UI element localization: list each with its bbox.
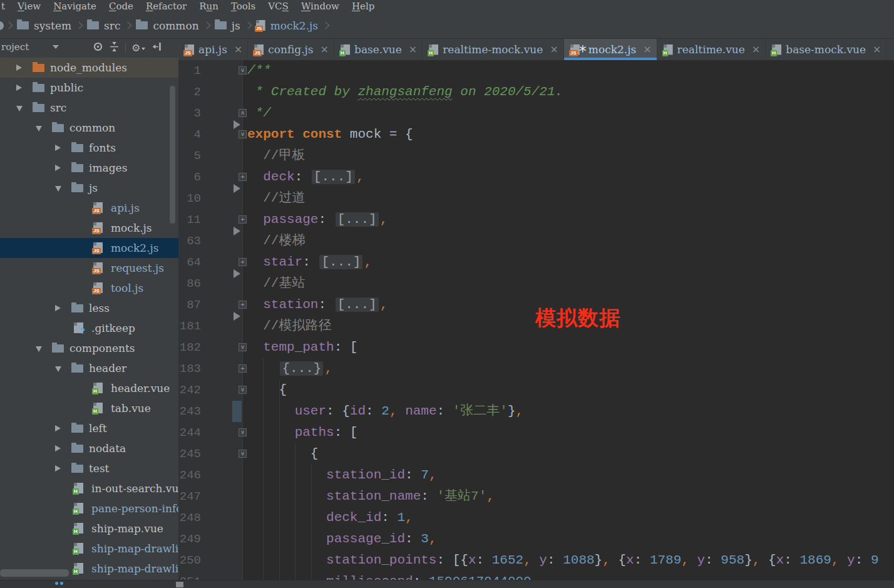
line-number[interactable]: 248 [178,507,201,529]
fold-marker-icon[interactable]: + [239,364,247,373]
tree-item--gitkeep[interactable]: ?.gitkeep [0,318,178,338]
fold-marker-icon[interactable]: ∨ [239,428,247,436]
hide-panel-icon[interactable] [152,41,162,54]
line-number[interactable]: 249 [178,529,201,550]
expand-arrow-icon[interactable] [55,445,61,451]
line-number[interactable]: 5 [178,145,201,167]
code-line-250[interactable]: 250 station_points: [{x: 1652, y: 1088},… [178,550,894,571]
tab-realtime-mock-vue[interactable]: Hrealtime-mock.vue× [423,39,564,60]
tree-item-fonts[interactable]: fonts [0,138,178,158]
menu-item-code[interactable]: Code [103,0,140,13]
code-line-249[interactable]: 249 passage_id: 3, [178,529,894,550]
close-tab-icon[interactable]: × [234,44,242,54]
line-number[interactable]: 246 [178,465,201,486]
fold-marker-icon[interactable]: ∨ [239,66,247,75]
menu-item-tools[interactable]: Tools [225,0,262,13]
fold-marker-icon[interactable]: + [239,301,247,309]
fold-marker-icon[interactable]: + [239,258,247,266]
line-number[interactable]: 244 [178,422,201,443]
expand-arrow-icon[interactable] [16,64,22,71]
breadcrumb-item-src[interactable]: src [85,19,123,32]
expand-arrow-icon[interactable] [55,165,61,171]
line-number[interactable]: 63 [178,230,201,252]
fold-marker-icon[interactable]: ∨ [239,450,247,458]
expand-arrow-icon[interactable] [16,85,22,91]
close-tab-icon[interactable]: × [409,44,417,54]
code-line-243[interactable]: 243 user: {id: 2, name: '张二丰'}, [178,401,894,422]
tree-item-api-js[interactable]: JSapi.js [0,198,178,218]
breadcrumb-item-system[interactable]: system [14,19,74,32]
code-line-1[interactable]: 1∨/** [178,60,894,81]
menu-item-refactor[interactable]: Refactor [140,0,193,13]
line-number[interactable]: 6 [178,167,201,188]
code-line-2[interactable]: 2 * Created by zhangsanfeng on 2020/5/21… [178,81,894,103]
menu-item-run[interactable]: Run [193,0,225,13]
line-number[interactable]: 11 [178,209,201,230]
fold-region-arrow-icon[interactable] [234,184,240,193]
code-line-244[interactable]: 244∨ paths: [ [178,422,894,443]
tab-base-vue[interactable]: Hbase.vue× [334,39,423,60]
tree-item-pane-person-info-[interactable]: Hpane-person-info. [0,498,178,518]
line-number[interactable]: 87 [178,294,201,316]
line-number[interactable]: 242 [178,379,201,401]
tab-realtime-vue[interactable]: Hrealtime.vue× [657,39,766,60]
tree-item-js[interactable]: js [0,178,178,198]
locate-icon[interactable] [93,41,103,54]
fold-marker-icon[interactable]: + [239,215,247,224]
code-line-3[interactable]: 3∧ */ [178,103,894,124]
collapse-arrow-icon[interactable] [55,186,61,192]
collapse-arrow-icon[interactable] [36,346,42,352]
close-tab-icon[interactable]: × [873,44,881,54]
fold-marker-icon[interactable]: + [239,173,247,181]
fold-region-arrow-icon[interactable] [234,312,240,321]
tree-item-common[interactable]: common [0,118,178,138]
collapse-arrow-icon[interactable] [55,366,61,372]
tree-item-ship-map-drawlin[interactable]: Hship-map-drawlin [0,539,178,559]
expand-arrow-icon[interactable] [55,425,61,431]
breadcrumb-item-mock2-js[interactable]: JSmock2.js [254,19,321,32]
line-number[interactable]: 3 [178,103,201,124]
code-line-6[interactable]: 6+ deck: [...], [178,167,894,188]
tree-item-mock2-js[interactable]: JSmock2.js [0,238,178,258]
tree-item-src[interactable]: src [0,98,178,118]
fold-region-arrow-icon[interactable] [234,120,240,129]
tree-item-public[interactable]: public [0,78,178,98]
tree-item-mock-js[interactable]: JSmock.js [0,218,178,238]
line-number[interactable]: 1 [178,60,201,81]
status-widget-icon[interactable] [176,582,183,587]
close-tab-icon[interactable]: × [752,44,760,54]
collapse-arrow-icon[interactable] [36,126,42,132]
settings-gear-icon[interactable]: ⚙ [131,42,146,54]
code-line-86[interactable]: 86 //基站 [178,273,894,294]
line-number[interactable]: 247 [178,486,201,507]
tree-item-left[interactable]: left [0,418,178,438]
code-line-63[interactable]: 63 //楼梯 [178,230,894,252]
project-panel-title[interactable]: roject [1,41,59,53]
fold-region-arrow-icon[interactable] [234,269,240,278]
expand-arrow-icon[interactable] [55,145,61,151]
tree-item-request-js[interactable]: JSrequest.js [0,258,178,278]
line-number[interactable]: 250 [178,550,201,571]
code-line-246[interactable]: 246 station_id: 7, [178,465,894,486]
tree-item-images[interactable]: images [0,158,178,178]
line-number[interactable]: 181 [178,316,201,337]
code-line-182[interactable]: 182∨ temp_path: [ [178,337,894,358]
collapse-all-icon[interactable] [109,41,120,54]
tree-item-tool-js[interactable]: JStool.js [0,278,178,298]
toolwindow-icon[interactable] [55,582,63,585]
code-line-245[interactable]: 245∨ { [178,443,894,465]
line-number[interactable]: 10 [178,188,201,209]
fold-region-arrow-icon[interactable] [234,227,240,235]
tab-api-js[interactable]: JSapi.js× [178,39,248,60]
tree-item-node-modules[interactable]: node_modules [0,58,178,78]
expand-arrow-icon[interactable] [55,465,61,472]
code-line-11[interactable]: 11+ passage: [...], [178,209,894,230]
menu-item-navigate[interactable]: Navigate [47,0,103,13]
code-line-247[interactable]: 247 station_name: '基站7', [178,486,894,507]
line-number[interactable]: 86 [178,273,201,294]
tree-item-test[interactable]: test [0,458,178,478]
code-editor[interactable]: 1∨/**2 * Created by zhangsanfeng on 2020… [178,60,894,588]
tree-item-header-vue[interactable]: Hheader.vue [0,378,178,398]
collapse-arrow-icon[interactable] [16,106,23,111]
close-tab-icon[interactable]: × [550,44,558,54]
